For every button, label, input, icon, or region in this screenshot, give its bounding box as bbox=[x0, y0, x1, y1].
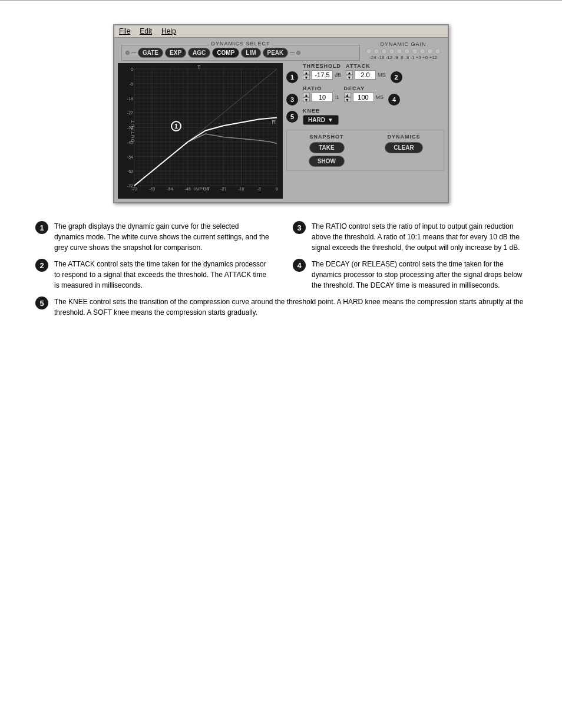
bottom-buttons: SNAPSHOT TAKE SHOW DYNAMICS CLEAR bbox=[286, 130, 444, 171]
ds-exp-button[interactable]: EXP bbox=[165, 48, 186, 58]
badge-5: 5 bbox=[286, 111, 298, 123]
attack-spinner: ▲ ▼ bbox=[346, 70, 353, 80]
dynamics-label: DYNAMICS bbox=[387, 134, 420, 140]
t-marker: T bbox=[197, 64, 201, 70]
attack-up[interactable]: ▲ bbox=[346, 70, 353, 75]
badge-4: 4 bbox=[388, 94, 400, 106]
descriptions-section: 1 The graph displays the dynamic gain cu… bbox=[0, 215, 562, 324]
menu-edit[interactable]: Edit bbox=[140, 27, 152, 35]
output-label: OUTPUT bbox=[130, 120, 135, 143]
gain-circle-1 bbox=[366, 48, 372, 54]
decay-value[interactable]: 100 bbox=[353, 93, 374, 102]
badge-1: 1 bbox=[286, 71, 298, 83]
gain-circles bbox=[366, 48, 441, 54]
menu-file[interactable]: File bbox=[119, 27, 130, 35]
desc-text-4: The DECAY (or RELEASE) control sets the … bbox=[312, 259, 527, 291]
threshold-value[interactable]: -17.5 bbox=[312, 70, 333, 80]
gain-circle-6 bbox=[404, 48, 410, 54]
desc-badge-2: 2 bbox=[35, 259, 48, 272]
desc-badge-3: 3 bbox=[293, 221, 306, 234]
ratio-group: RATIO ▲ ▼ 10 :1 bbox=[303, 85, 339, 102]
dynamics-select-section: DYNAMICS SELECT GATE EXP AGC COMP LIM PE… bbox=[121, 41, 360, 61]
snapshot-label: SNAPSHOT bbox=[309, 134, 343, 140]
ratio-label: RATIO bbox=[303, 85, 339, 91]
dynamic-gain-label: DYNAMIC GAIN bbox=[380, 41, 426, 47]
badge-2: 2 bbox=[391, 71, 402, 83]
gain-circle-10 bbox=[435, 48, 441, 54]
decay-unit: MS bbox=[376, 94, 384, 100]
decay-group: DECAY ▲ ▼ 100 MS bbox=[344, 85, 384, 102]
ds-gate-button[interactable]: GATE bbox=[138, 48, 163, 58]
controls-panel: 1 THRESHOLD ▲ ▼ -17.5 dB bbox=[286, 63, 444, 199]
gain-circle-5 bbox=[396, 48, 402, 54]
r-marker: R bbox=[272, 119, 276, 125]
threshold-down[interactable]: ▼ bbox=[303, 75, 310, 80]
knee-dropdown-icon: ▼ bbox=[328, 117, 333, 123]
dynamic-gain-section: DYNAMIC GAIN -24 -18 -12 -9 -6 -3 bbox=[366, 41, 441, 60]
desc-item-2: 2 The ATTACK control sets the time taken… bbox=[35, 259, 269, 291]
ratio-unit: :1 bbox=[335, 94, 339, 100]
ratio-value[interactable]: 10 bbox=[312, 93, 333, 102]
decay-down[interactable]: ▼ bbox=[344, 97, 351, 102]
ds-connector-left bbox=[125, 51, 130, 55]
desc-badge-1: 1 bbox=[35, 221, 48, 234]
desc-item-5: 5 The KNEE control sets the transition o… bbox=[35, 297, 527, 318]
desc-text-5: The KNEE control sets the transition of … bbox=[54, 297, 527, 318]
menu-help[interactable]: Help bbox=[161, 27, 176, 35]
ds-comp-button[interactable]: COMP bbox=[212, 48, 239, 58]
knee-value: HARD bbox=[308, 117, 325, 123]
ds-agc-button[interactable]: AGC bbox=[188, 48, 210, 58]
desc-item-3: 3 The RATIO control sets the ratio of in… bbox=[293, 221, 527, 253]
ds-lim-button[interactable]: LIM bbox=[241, 48, 260, 58]
graph-area: T R 1 OUTPUT INPUT bbox=[118, 63, 283, 199]
attack-group: ATTACK ▲ ▼ 2.0 MS bbox=[346, 63, 386, 80]
ratio-spinner: ▲ ▼ bbox=[303, 93, 310, 102]
dynamics-select-label: DYNAMICS SELECT bbox=[209, 41, 272, 47]
attack-value[interactable]: 2.0 bbox=[355, 70, 376, 80]
gain-circle-9 bbox=[427, 48, 433, 54]
desc-text-2: The ATTACK control sets the time taken f… bbox=[54, 259, 269, 291]
desc-badge-5: 5 bbox=[35, 297, 48, 309]
input-label: INPUT bbox=[193, 186, 210, 192]
dynamics-clear-button[interactable]: CLEAR bbox=[385, 142, 422, 153]
gain-circle-2 bbox=[373, 48, 379, 54]
threshold-unit: dB bbox=[335, 72, 341, 78]
decay-label: DECAY bbox=[344, 85, 384, 91]
threshold-label: THRESHOLD bbox=[303, 63, 341, 69]
ratio-down[interactable]: ▼ bbox=[303, 97, 310, 102]
desc-badge-4: 4 bbox=[293, 259, 306, 272]
decay-up[interactable]: ▲ bbox=[344, 93, 351, 97]
snapshot-group: SNAPSHOT TAKE SHOW bbox=[290, 134, 363, 167]
attack-unit: MS bbox=[378, 72, 386, 78]
graph-badge-1: 1 bbox=[171, 121, 181, 131]
attack-label: ATTACK bbox=[346, 63, 386, 69]
menu-bar: File Edit Help bbox=[114, 25, 448, 38]
knee-select-display[interactable]: HARD ▼ bbox=[303, 115, 339, 125]
ds-connector-right bbox=[296, 51, 300, 55]
snapshot-show-button[interactable]: SHOW bbox=[309, 156, 345, 167]
desc-text-3: The RATIO control sets the ratio of inpu… bbox=[312, 221, 527, 253]
decay-spinner: ▲ ▼ bbox=[344, 93, 351, 102]
ds-peak-button[interactable]: PEAK bbox=[263, 48, 289, 58]
knee-group: KNEE HARD ▼ bbox=[303, 108, 339, 125]
gain-circle-8 bbox=[419, 48, 425, 54]
gain-circle-4 bbox=[389, 48, 395, 54]
snapshot-take-button[interactable]: TAKE bbox=[309, 142, 345, 153]
threshold-group: THRESHOLD ▲ ▼ -17.5 dB bbox=[303, 63, 341, 80]
desc-item-4: 4 The DECAY (or RELEASE) control sets th… bbox=[293, 259, 527, 291]
gain-circle-7 bbox=[412, 48, 418, 54]
desc-item-1: 1 The graph displays the dynamic gain cu… bbox=[35, 221, 269, 253]
threshold-spinner: ▲ ▼ bbox=[303, 70, 310, 80]
gain-circle-3 bbox=[381, 48, 387, 54]
dynamics-group: DYNAMICS CLEAR bbox=[368, 134, 440, 167]
badge-3: 3 bbox=[286, 94, 298, 106]
attack-down[interactable]: ▼ bbox=[346, 75, 353, 80]
desc-text-1: The graph displays the dynamic gain curv… bbox=[54, 221, 269, 253]
ratio-up[interactable]: ▲ bbox=[303, 93, 310, 97]
threshold-up[interactable]: ▲ bbox=[303, 70, 310, 75]
gain-scale: -24 -18 -12 -9 -6 -3 -1 +3 +6 +12 bbox=[369, 55, 437, 60]
knee-label: KNEE bbox=[303, 108, 339, 114]
plugin-window: File Edit Help DYNAMICS SELECT GATE EXP bbox=[113, 24, 449, 203]
